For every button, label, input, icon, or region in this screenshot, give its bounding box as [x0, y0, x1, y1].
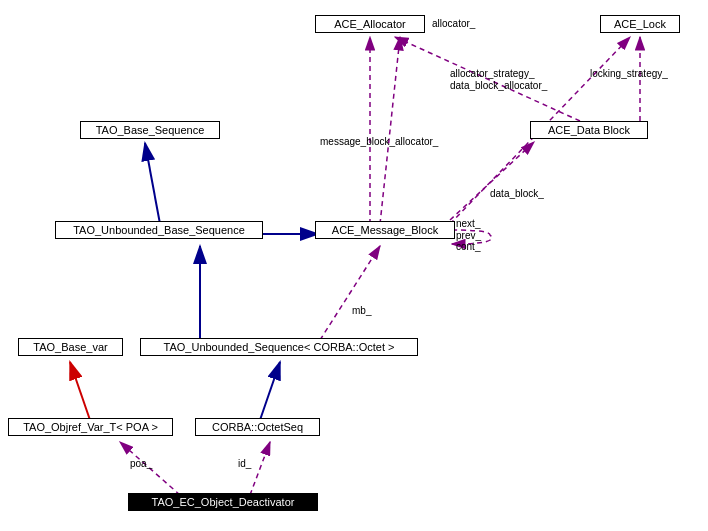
label-poa: poa_ [130, 458, 152, 469]
node-ace-data-block[interactable]: ACE_Data Block [530, 121, 648, 139]
label-allocator: allocator_ [432, 18, 475, 29]
label-mb: mb_ [352, 305, 371, 316]
node-ace-allocator[interactable]: ACE_Allocator [315, 15, 425, 33]
arrows-svg [0, 0, 708, 531]
svg-line-14 [395, 37, 580, 121]
label-locking-strategy: locking_strategy_ [590, 68, 668, 79]
label-cont: cont_ [456, 241, 480, 252]
svg-line-11 [380, 37, 400, 224]
label-data-block-allocator: data_block_allocator_ [450, 80, 547, 91]
label-prev: prev_ [456, 230, 481, 241]
label-next: next_ [456, 218, 480, 229]
label-id: id_ [238, 458, 251, 469]
svg-line-7 [260, 362, 280, 420]
diagram-container: allocator_ locking_strategy_ allocator_s… [0, 0, 708, 531]
svg-line-16 [320, 246, 380, 340]
node-tao-unbounded-sequence[interactable]: TAO_Unbounded_Sequence< CORBA::Octet > [140, 338, 418, 356]
node-corba-octetseq[interactable]: CORBA::OctetSeq [195, 418, 320, 436]
node-tao-base-var[interactable]: TAO_Base_var [18, 338, 123, 356]
node-tao-ec-object-deactivator[interactable]: TAO_EC_Object_Deactivator [128, 493, 318, 511]
node-ace-lock[interactable]: ACE_Lock [600, 15, 680, 33]
label-data-block: data_block_ [490, 188, 544, 199]
node-ace-message-block[interactable]: ACE_Message_Block [315, 221, 455, 239]
node-tao-unbounded-base-sequence[interactable]: TAO_Unbounded_Base_Sequence [55, 221, 263, 239]
svg-line-13 [450, 142, 534, 220]
node-tao-objref-var[interactable]: TAO_Objref_Var_T< POA > [8, 418, 173, 436]
label-message-block-allocator: message_block_allocator_ [320, 136, 438, 147]
svg-line-6 [70, 362, 90, 420]
svg-line-9 [250, 442, 270, 495]
label-allocator-strategy: allocator_strategy_ [450, 68, 535, 79]
node-tao-base-sequence[interactable]: TAO_Base_Sequence [80, 121, 220, 139]
svg-line-4 [145, 143, 160, 224]
